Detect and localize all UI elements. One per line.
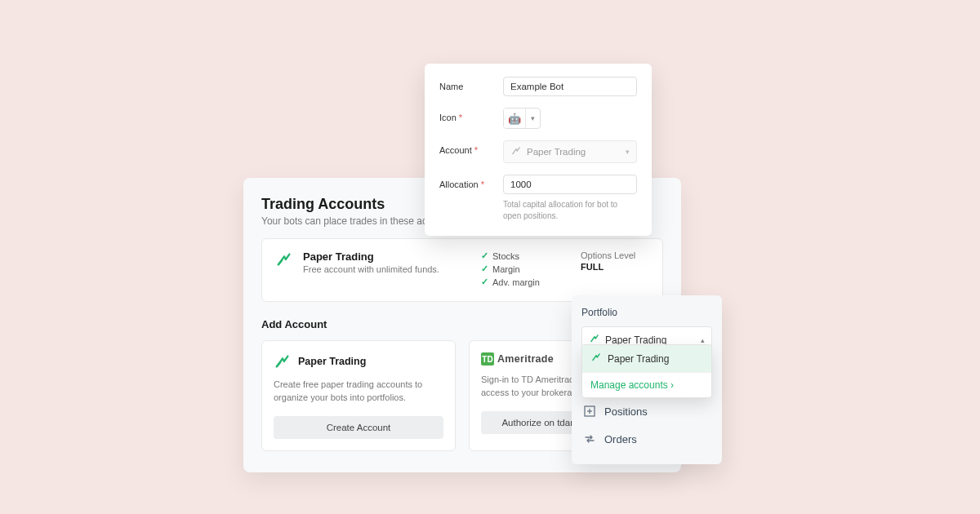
name-input[interactable]: [503, 77, 637, 96]
icon-label: Icon *: [439, 108, 503, 122]
paper-trading-icon: [510, 145, 522, 158]
account-select[interactable]: Paper Trading ▾: [503, 140, 637, 163]
provider-card-paper: Paper Trading Create free paper trading …: [261, 340, 456, 451]
feature-adv-margin: Adv. margin: [492, 277, 540, 287]
td-brand-name: Ameritrade: [497, 353, 554, 365]
account-row-paper-trading: Paper Trading Free account with unlimite…: [261, 238, 663, 302]
menu-positions-label: Positions: [604, 405, 648, 418]
feature-margin: Margin: [492, 264, 520, 274]
dropdown-option-label: Paper Trading: [608, 353, 669, 365]
portfolio-dropdown: Paper Trading Manage accounts ›: [581, 344, 712, 398]
options-level-label: Options Level: [581, 250, 662, 260]
account-label: Account *: [439, 140, 503, 155]
positions-icon: [583, 405, 596, 418]
account-features: ✓Stocks ✓Margin ✓Adv. margin: [481, 250, 571, 290]
account-desc: Free account with unlimited funds.: [303, 264, 439, 274]
portfolio-panel: Portfolio Paper Trading ▴ Paper Trading …: [572, 295, 722, 464]
allocation-input[interactable]: [503, 175, 637, 194]
provider-paper-desc: Create free paper trading accounts to or…: [274, 379, 443, 405]
menu-orders-label: Orders: [604, 433, 637, 445]
paper-trading-icon: [275, 250, 293, 268]
chevron-down-icon: ▾: [626, 148, 630, 156]
options-level: Options Level FULL: [581, 250, 662, 272]
menu-positions[interactable]: Positions: [581, 397, 712, 425]
provider-paper-title: Paper Trading: [298, 356, 366, 367]
paper-trading-icon: [590, 352, 602, 366]
check-icon: ✓: [481, 277, 488, 287]
account-name: Paper Trading: [303, 250, 439, 263]
manage-accounts-link[interactable]: Manage accounts ›: [582, 372, 711, 397]
robot-icon: 🤖: [508, 113, 521, 125]
check-icon: ✓: [481, 250, 488, 261]
create-account-button[interactable]: Create Account: [274, 416, 443, 439]
chevron-down-icon: ▾: [525, 109, 540, 128]
account-select-value: Paper Trading: [527, 147, 586, 157]
allocation-hint: Total capital allocation for bot to open…: [503, 199, 637, 221]
dropdown-option-paper-trading[interactable]: Paper Trading: [582, 345, 711, 372]
options-level-value: FULL: [581, 262, 662, 272]
paper-trading-icon: [274, 352, 292, 370]
bot-form-panel: Name Icon * 🤖 ▾ Account * Paper Trading …: [425, 64, 652, 236]
menu-orders[interactable]: Orders: [581, 425, 712, 453]
check-icon: ✓: [481, 264, 488, 274]
td-ameritrade-logo: TD Ameritrade: [481, 352, 554, 366]
td-logo-icon: TD: [481, 352, 494, 366]
name-label: Name: [439, 77, 503, 91]
feature-stocks: Stocks: [492, 251, 519, 261]
icon-picker[interactable]: 🤖 ▾: [503, 108, 541, 129]
orders-icon: [583, 432, 596, 445]
portfolio-title: Portfolio: [581, 307, 712, 318]
chevron-up-icon: ▴: [701, 336, 705, 344]
allocation-label: Allocation *: [439, 175, 503, 189]
